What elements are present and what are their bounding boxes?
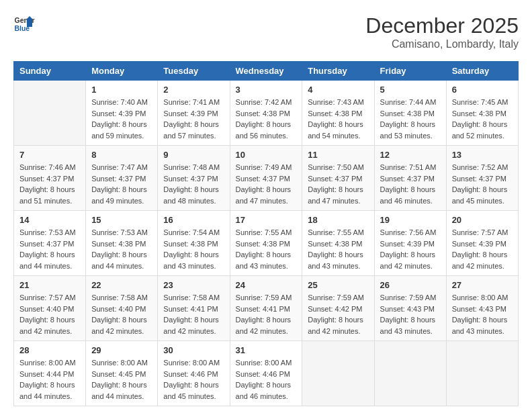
- weekday-header-tuesday: Tuesday: [158, 62, 230, 81]
- calendar-week-2: 7Sunrise: 7:46 AMSunset: 4:37 PMDaylight…: [14, 146, 519, 211]
- day-info: Sunrise: 8:00 AMSunset: 4:46 PMDaylight:…: [163, 357, 224, 402]
- day-info: Sunrise: 7:41 AMSunset: 4:39 PMDaylight:…: [163, 97, 224, 141]
- day-info: Sunrise: 7:59 AMSunset: 4:42 PMDaylight:…: [308, 292, 368, 336]
- weekday-header-sunday: Sunday: [14, 62, 86, 81]
- day-number: 27: [452, 280, 513, 290]
- calendar-cell: 2Sunrise: 7:41 AMSunset: 4:39 PMDaylight…: [158, 81, 230, 146]
- calendar-cell: 17Sunrise: 7:55 AMSunset: 4:38 PMDayligh…: [230, 211, 302, 276]
- calendar-cell: 23Sunrise: 7:58 AMSunset: 4:41 PMDayligh…: [158, 276, 230, 341]
- calendar-cell: 28Sunrise: 8:00 AMSunset: 4:44 PMDayligh…: [14, 341, 86, 406]
- calendar-cell: 6Sunrise: 7:45 AMSunset: 4:38 PMDaylight…: [446, 81, 518, 146]
- day-number: 14: [19, 215, 80, 225]
- calendar-cell: 11Sunrise: 7:50 AMSunset: 4:37 PMDayligh…: [302, 146, 374, 211]
- day-info: Sunrise: 7:48 AMSunset: 4:37 PMDaylight:…: [163, 162, 224, 206]
- location-title: Camisano, Lombardy, Italy: [365, 38, 519, 50]
- day-number: 16: [163, 215, 224, 225]
- calendar-cell: 31Sunrise: 8:00 AMSunset: 4:46 PMDayligh…: [230, 341, 302, 406]
- day-number: 31: [236, 345, 297, 355]
- day-info: Sunrise: 7:59 AMSunset: 4:43 PMDaylight:…: [380, 292, 441, 336]
- calendar-cell: 18Sunrise: 7:55 AMSunset: 4:38 PMDayligh…: [302, 211, 374, 276]
- day-number: 11: [308, 150, 368, 160]
- page-header: General Blue December 2025 Camisano, Lom…: [13, 13, 519, 50]
- day-number: 22: [91, 280, 152, 290]
- day-info: Sunrise: 7:43 AMSunset: 4:38 PMDaylight:…: [308, 97, 368, 141]
- calendar-cell: 19Sunrise: 7:56 AMSunset: 4:39 PMDayligh…: [374, 211, 446, 276]
- calendar-week-3: 14Sunrise: 7:53 AMSunset: 4:37 PMDayligh…: [14, 211, 519, 276]
- calendar-cell: 20Sunrise: 7:57 AMSunset: 4:39 PMDayligh…: [446, 211, 518, 276]
- day-info: Sunrise: 7:40 AMSunset: 4:39 PMDaylight:…: [91, 97, 152, 141]
- day-info: Sunrise: 7:59 AMSunset: 4:41 PMDaylight:…: [236, 292, 297, 336]
- calendar-cell: 26Sunrise: 7:59 AMSunset: 4:43 PMDayligh…: [374, 276, 446, 341]
- day-number: 2: [163, 85, 224, 95]
- day-info: Sunrise: 7:47 AMSunset: 4:37 PMDaylight:…: [91, 162, 152, 206]
- weekday-header-thursday: Thursday: [302, 62, 374, 81]
- day-info: Sunrise: 7:57 AMSunset: 4:39 PMDaylight:…: [452, 227, 513, 271]
- weekday-header-wednesday: Wednesday: [230, 62, 302, 81]
- month-title: December 2025: [365, 13, 519, 38]
- day-info: Sunrise: 8:00 AMSunset: 4:44 PMDaylight:…: [19, 357, 80, 402]
- logo: General Blue: [13, 13, 35, 35]
- calendar-week-4: 21Sunrise: 7:57 AMSunset: 4:40 PMDayligh…: [14, 276, 519, 341]
- calendar-cell: 29Sunrise: 8:00 AMSunset: 4:45 PMDayligh…: [86, 341, 158, 406]
- day-info: Sunrise: 7:58 AMSunset: 4:40 PMDaylight:…: [91, 292, 152, 336]
- calendar-body: 1Sunrise: 7:40 AMSunset: 4:39 PMDaylight…: [14, 81, 519, 406]
- calendar-cell: 27Sunrise: 8:00 AMSunset: 4:43 PMDayligh…: [446, 276, 518, 341]
- calendar-cell: 16Sunrise: 7:54 AMSunset: 4:38 PMDayligh…: [158, 211, 230, 276]
- title-block: December 2025 Camisano, Lombardy, Italy: [365, 13, 519, 50]
- calendar-cell: 10Sunrise: 7:49 AMSunset: 4:37 PMDayligh…: [230, 146, 302, 211]
- day-number: 13: [452, 150, 513, 160]
- day-info: Sunrise: 8:00 AMSunset: 4:43 PMDaylight:…: [452, 292, 513, 336]
- day-info: Sunrise: 7:57 AMSunset: 4:40 PMDaylight:…: [19, 292, 80, 336]
- calendar-cell: [302, 341, 374, 406]
- day-info: Sunrise: 7:50 AMSunset: 4:37 PMDaylight:…: [308, 162, 368, 206]
- day-number: 26: [380, 280, 441, 290]
- day-info: Sunrise: 7:58 AMSunset: 4:41 PMDaylight:…: [163, 292, 224, 336]
- calendar-cell: 22Sunrise: 7:58 AMSunset: 4:40 PMDayligh…: [86, 276, 158, 341]
- weekday-header-friday: Friday: [374, 62, 446, 81]
- calendar-table: SundayMondayTuesdayWednesdayThursdayFrid…: [13, 61, 519, 406]
- day-number: 5: [380, 85, 441, 95]
- day-info: Sunrise: 7:54 AMSunset: 4:38 PMDaylight:…: [163, 227, 224, 271]
- day-number: 12: [380, 150, 441, 160]
- day-info: Sunrise: 7:55 AMSunset: 4:38 PMDaylight:…: [308, 227, 368, 271]
- calendar-cell: 14Sunrise: 7:53 AMSunset: 4:37 PMDayligh…: [14, 211, 86, 276]
- calendar-cell: [374, 341, 446, 406]
- calendar-week-5: 28Sunrise: 8:00 AMSunset: 4:44 PMDayligh…: [14, 341, 519, 406]
- calendar-cell: 12Sunrise: 7:51 AMSunset: 4:37 PMDayligh…: [374, 146, 446, 211]
- day-number: 9: [163, 150, 224, 160]
- calendar-cell: 30Sunrise: 8:00 AMSunset: 4:46 PMDayligh…: [158, 341, 230, 406]
- day-info: Sunrise: 8:00 AMSunset: 4:45 PMDaylight:…: [91, 357, 152, 402]
- day-number: 7: [19, 150, 80, 160]
- calendar-cell: 13Sunrise: 7:52 AMSunset: 4:37 PMDayligh…: [446, 146, 518, 211]
- day-info: Sunrise: 8:00 AMSunset: 4:46 PMDaylight:…: [236, 357, 297, 402]
- calendar-cell: 15Sunrise: 7:53 AMSunset: 4:38 PMDayligh…: [86, 211, 158, 276]
- day-info: Sunrise: 7:53 AMSunset: 4:38 PMDaylight:…: [91, 227, 152, 271]
- calendar-cell: [14, 81, 86, 146]
- day-info: Sunrise: 7:55 AMSunset: 4:38 PMDaylight:…: [236, 227, 297, 271]
- day-number: 19: [380, 215, 441, 225]
- day-number: 1: [91, 85, 152, 95]
- day-info: Sunrise: 7:42 AMSunset: 4:38 PMDaylight:…: [236, 97, 297, 141]
- day-info: Sunrise: 7:45 AMSunset: 4:38 PMDaylight:…: [452, 97, 513, 141]
- day-number: 30: [163, 345, 224, 355]
- day-number: 28: [19, 345, 80, 355]
- day-number: 6: [452, 85, 513, 95]
- calendar-week-1: 1Sunrise: 7:40 AMSunset: 4:39 PMDaylight…: [14, 81, 519, 146]
- weekday-header-monday: Monday: [86, 62, 158, 81]
- day-number: 25: [308, 280, 368, 290]
- day-number: 18: [308, 215, 368, 225]
- day-info: Sunrise: 7:52 AMSunset: 4:37 PMDaylight:…: [452, 162, 513, 206]
- day-number: 8: [91, 150, 152, 160]
- calendar-cell: 1Sunrise: 7:40 AMSunset: 4:39 PMDaylight…: [86, 81, 158, 146]
- day-number: 3: [236, 85, 297, 95]
- calendar-cell: 24Sunrise: 7:59 AMSunset: 4:41 PMDayligh…: [230, 276, 302, 341]
- calendar-cell: 8Sunrise: 7:47 AMSunset: 4:37 PMDaylight…: [86, 146, 158, 211]
- day-info: Sunrise: 7:46 AMSunset: 4:37 PMDaylight:…: [19, 162, 80, 206]
- weekday-header-saturday: Saturday: [446, 62, 518, 81]
- calendar-cell: 4Sunrise: 7:43 AMSunset: 4:38 PMDaylight…: [302, 81, 374, 146]
- day-number: 29: [91, 345, 152, 355]
- weekday-header-row: SundayMondayTuesdayWednesdayThursdayFrid…: [14, 62, 519, 81]
- day-info: Sunrise: 7:53 AMSunset: 4:37 PMDaylight:…: [19, 227, 80, 271]
- day-info: Sunrise: 7:44 AMSunset: 4:38 PMDaylight:…: [380, 97, 441, 141]
- day-info: Sunrise: 7:51 AMSunset: 4:37 PMDaylight:…: [380, 162, 441, 206]
